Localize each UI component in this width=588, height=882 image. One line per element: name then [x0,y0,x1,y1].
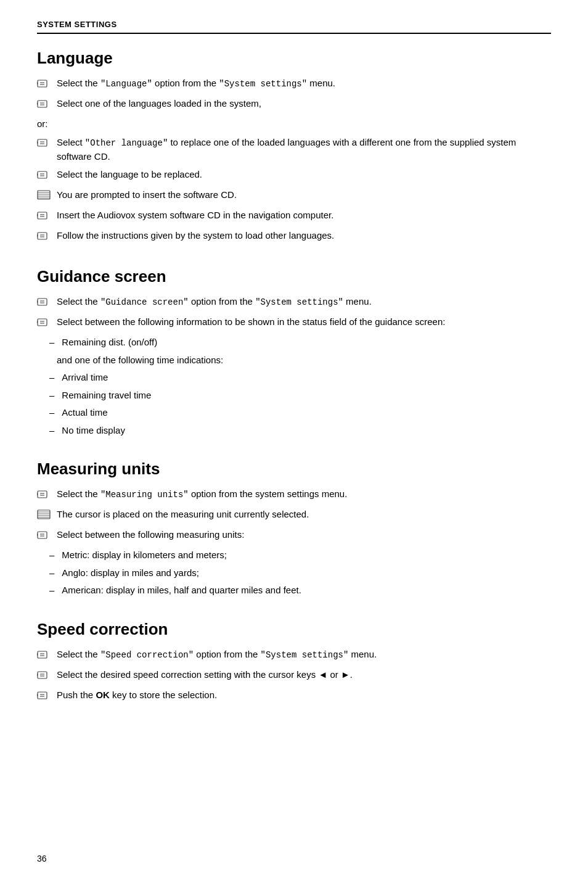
svg-marker-15 [37,173,38,176]
item-text: Select the language to be replaced. [57,168,551,182]
finger-icon [37,488,51,500]
book-icon [37,509,51,520]
list-item: Select between the following measuring u… [37,528,551,544]
list-item: You are prompted to insert the software … [37,188,551,204]
section-title-language: Language [37,49,551,68]
svg-marker-49 [37,534,38,536]
dash-symbol: – [49,548,54,563]
item-text: Select the "Speed correction" option fro… [57,648,551,662]
list-item: Select the "Speed correction" option fro… [37,648,551,664]
item-text: Select the "Guidance screen" option from… [57,295,551,309]
finger-icon [37,137,54,152]
list-item: Select the language to be replaced. [37,168,551,184]
sub-text: and one of the following time indication… [37,353,551,368]
svg-rect-8 [38,139,47,146]
dash-item: –Metric: display in kilometers and meter… [37,548,551,563]
svg-rect-12 [38,171,47,178]
svg-marker-57 [37,674,38,676]
list-item: Select one of the languages loaded in th… [37,97,551,113]
book-icon [37,189,54,204]
list-item: Select the "Language" option from the "S… [37,76,551,93]
svg-rect-21 [38,212,47,219]
svg-rect-33 [38,319,47,326]
dash-text: Anglo: display in miles and yards; [62,566,551,580]
finger-icon [37,230,51,241]
dash-symbol: – [49,371,54,385]
dash-symbol: – [49,424,54,438]
finger-icon [37,137,51,148]
list-item: Select "Other language" to replace one o… [37,136,551,164]
dash-symbol: – [49,406,54,420]
finger-icon [37,669,54,684]
item-text: Insert the Audiovox system software CD i… [57,208,551,223]
item-text: You are prompted to insert the software … [57,188,551,202]
finger-icon [37,98,54,113]
svg-marker-61 [37,694,38,696]
svg-rect-37 [38,491,47,498]
list-item: Select between the following information… [37,315,551,331]
page-header-title: SYSTEM SETTINGS [37,20,117,29]
finger-icon [37,210,51,221]
finger-icon [37,296,51,307]
dash-text: Remaining travel time [62,389,551,403]
list-item: Select the "Guidance screen" option from… [37,295,551,311]
svg-marker-40 [37,493,38,495]
finger-icon [37,316,51,328]
finger-icon [37,98,51,109]
svg-rect-25 [38,233,47,239]
page-number: 36 [37,854,47,863]
svg-marker-32 [37,300,38,303]
dash-item: –Actual time [37,406,551,420]
finger-icon [37,210,54,225]
finger-icon [37,649,54,664]
finger-icon [37,529,51,540]
svg-marker-36 [37,321,38,323]
svg-rect-58 [38,692,47,699]
page-header: SYSTEM SETTINGS [37,19,551,34]
dash-symbol: – [49,566,54,580]
svg-rect-0 [38,80,47,87]
section-language: Language Select the "Language" option fr… [37,49,551,245]
finger-icon [37,529,54,544]
item-text: Select the desired speed correction sett… [57,668,551,682]
dash-item: –Anglo: display in miles and yards; [37,566,551,580]
list-item: Push the OK key to store the selection. [37,688,551,704]
svg-marker-11 [37,141,38,144]
dash-symbol: – [49,389,54,403]
dash-item: –American: display in miles, half and qu… [37,583,551,598]
svg-rect-46 [38,532,47,538]
finger-icon [37,296,54,311]
item-text: Select between the following measuring u… [57,528,551,542]
section-measuring-units: Measuring units Select the "Measuring un… [37,460,551,598]
finger-icon [37,230,54,245]
svg-rect-4 [38,101,47,107]
finger-icon [37,669,51,680]
list-item: Insert the Audiovox system software CD i… [37,208,551,225]
svg-marker-7 [37,102,38,105]
section-speed-correction: Speed correction Select the "Speed corre… [37,620,551,704]
dash-text: Actual time [62,406,551,420]
finger-icon [37,690,51,701]
section-guidance-screen: Guidance screen Select the "Guidance scr… [37,267,551,437]
item-text: Select the "Language" option from the "S… [57,76,551,91]
dash-item: –Arrival time [37,371,551,385]
svg-rect-29 [38,299,47,305]
finger-icon [37,488,54,503]
svg-marker-28 [37,234,38,237]
item-text: Push the OK key to store the selection. [57,688,551,703]
finger-icon [37,690,54,704]
svg-marker-53 [37,653,38,656]
item-text: The cursor is placed on the measuring un… [57,508,551,522]
dash-text: American: display in miles, half and qua… [62,583,551,598]
finger-icon [37,169,51,180]
section-title-measuring-units: Measuring units [37,460,551,479]
dash-symbol: – [49,583,54,598]
or-text: or: [37,117,551,131]
finger-icon [37,649,51,660]
list-item: Select the "Measuring units" option from… [37,487,551,503]
svg-marker-3 [37,82,38,84]
svg-marker-24 [37,214,38,216]
list-item: Select the desired speed correction sett… [37,668,551,684]
dash-text: No time display [62,424,551,438]
dash-item: –Remaining dist. (on/off) [37,336,551,350]
